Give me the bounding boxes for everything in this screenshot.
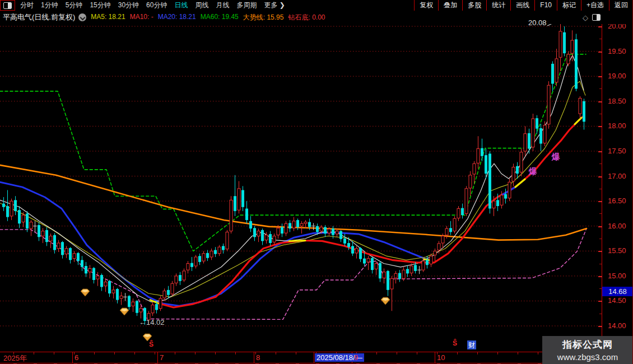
- candle-down: [190, 263, 193, 267]
- candle-down: [116, 289, 119, 300]
- candle-down: [316, 226, 319, 232]
- candle-up: [422, 261, 425, 270]
- period-menu-item-15分钟[interactable]: 15分钟: [90, 1, 110, 10]
- signal-s-marker: Ŝ: [149, 340, 153, 348]
- candle-down: [222, 246, 225, 250]
- candle-down: [583, 101, 585, 122]
- period-menu-item-5分钟[interactable]: 5分钟: [66, 1, 83, 10]
- panel-toggle-icon[interactable]: [592, 14, 601, 21]
- price-tick: [598, 52, 602, 53]
- candle-down: [245, 208, 248, 220]
- tools-menu-item-返回[interactable]: 返回: [609, 0, 633, 11]
- burst-signal-label: 爆: [552, 152, 560, 162]
- candle-down: [379, 263, 381, 279]
- period-menu-item-周线[interactable]: 周线: [195, 1, 208, 10]
- candle-down: [2, 204, 5, 207]
- candle-up: [132, 302, 134, 306]
- candle-up: [394, 273, 397, 278]
- indicator-MA5: MA5: 18.21: [91, 13, 125, 22]
- candle-up: [445, 228, 448, 235]
- price-axis-label: 15.50: [608, 246, 626, 255]
- period-menu-item-30分钟[interactable]: 30分钟: [118, 1, 139, 10]
- chevron-down-icon[interactable]: [78, 13, 86, 21]
- price-tick: [598, 176, 602, 178]
- candle-up: [477, 148, 480, 163]
- period-menu: 分时1分钟5分钟15分钟30分钟60分钟日线周线月线多周期更多 ❯: [20, 1, 285, 10]
- highlighted-price-box: 14.68: [602, 287, 633, 296]
- tools-menu-item-统计[interactable]: 统计: [486, 0, 510, 11]
- period-menu-item-分时[interactable]: 分时: [20, 1, 34, 10]
- tools-menu-item-复权[interactable]: 复权: [414, 0, 438, 11]
- candle-down: [308, 222, 311, 227]
- candle-up: [187, 264, 189, 270]
- price-axis-label: 19.50: [608, 47, 626, 55]
- candle-down: [359, 248, 362, 259]
- candle-up: [104, 282, 107, 286]
- candle-up: [492, 201, 495, 208]
- candle-up: [512, 167, 515, 181]
- candle-down: [136, 301, 138, 312]
- date-tick: [155, 352, 155, 354]
- trend-seg-yellow: [515, 179, 525, 187]
- candle-up: [41, 231, 44, 236]
- tools-menu-item-标记[interactable]: 标记: [557, 0, 581, 11]
- period-menu-item-60分钟[interactable]: 60分钟: [146, 1, 167, 10]
- price-tick: [599, 314, 602, 314]
- price-tick: [598, 276, 602, 277]
- diamond-outline-icon[interactable]: ◇: [583, 13, 588, 22]
- candle-down: [14, 200, 17, 211]
- month-separator: [72, 352, 73, 363]
- candle-up: [390, 278, 393, 289]
- candle-up: [49, 236, 52, 241]
- date-tick: [94, 352, 95, 354]
- candle-up: [579, 98, 581, 114]
- trend-tip-yellow: [575, 118, 581, 124]
- candle-up: [555, 59, 558, 82]
- candle-up: [355, 249, 358, 253]
- app-window: 分时1分钟5分钟15分钟30分钟60分钟日线周线月线多周期更多 ❯ 复权叠加多股…: [0, 0, 633, 364]
- date-tick: [296, 352, 296, 354]
- tools-menu-item-画线[interactable]: 画线: [510, 0, 534, 11]
- candle-up: [257, 231, 260, 236]
- candle-down: [363, 259, 366, 264]
- candle-up: [226, 232, 229, 249]
- date-tick: [34, 352, 34, 354]
- tools-menu-item-多股[interactable]: 多股: [462, 0, 486, 11]
- date-tick: [276, 352, 276, 354]
- period-menu-item-1分钟[interactable]: 1分钟: [41, 1, 58, 10]
- tools-menu-item-+自选[interactable]: +自选: [581, 0, 609, 11]
- tools-menu-item-F10[interactable]: F10: [534, 0, 557, 11]
- price-axis-label: 19.00: [608, 72, 626, 80]
- candle-up: [175, 276, 178, 283]
- indicator-MA10: MA10: -: [130, 13, 153, 22]
- candle-up: [292, 221, 295, 228]
- price-axis-label: 14.00: [608, 321, 626, 330]
- candle-up: [567, 54, 570, 64]
- indicator-values: MA5: 18.21MA10: -MA20: 18.21MA60: 19.45大…: [91, 13, 325, 22]
- candlestick-chart[interactable]: [0, 0, 633, 364]
- candle-down: [339, 231, 342, 239]
- candle-up: [183, 271, 185, 280]
- window-toggle-button[interactable]: [0, 0, 15, 11]
- period-menu-item-日线[interactable]: 日线: [174, 1, 188, 10]
- candle-up: [336, 231, 338, 234]
- date-tick: [538, 352, 538, 354]
- period-menu-item-更多 ❯[interactable]: 更多 ❯: [264, 1, 285, 10]
- price-axis-label: 15.00: [608, 272, 626, 280]
- burst-signal-label: 爆: [529, 166, 537, 177]
- price-tick: [599, 88, 602, 89]
- candle-up: [524, 134, 527, 151]
- period-menu-item-月线[interactable]: 月线: [216, 1, 229, 10]
- candle-down: [108, 281, 111, 293]
- candle-up: [328, 229, 331, 233]
- month-separator: [254, 352, 254, 363]
- price-axis-label: 14.50: [608, 296, 626, 305]
- watermark: 指标公式网 www.zbgs3.com: [542, 336, 633, 364]
- candle-up: [508, 182, 511, 198]
- candle-up: [559, 31, 562, 57]
- candle-up: [547, 85, 550, 124]
- price-tick: [599, 114, 602, 114]
- period-menu-item-多周期[interactable]: 多周期: [236, 1, 257, 10]
- price-tick: [598, 201, 602, 202]
- tools-menu-item-叠加[interactable]: 叠加: [438, 0, 462, 11]
